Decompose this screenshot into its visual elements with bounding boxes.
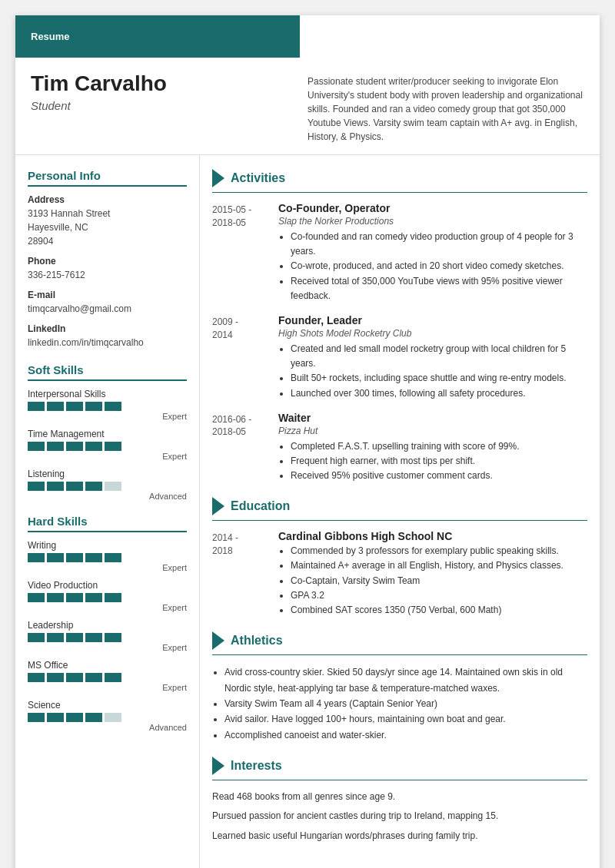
entry-bullets: Commended by 3 professors for exemplary … [278, 544, 587, 618]
skill-name: Time Management [28, 429, 187, 439]
education-section: Education 2014 -2018Cardinal Gibbons Hig… [212, 497, 587, 618]
bullet-item: Co-wrote, produced, and acted in 20 shor… [291, 259, 587, 273]
left-column: Personal Info Address 3193 Hannah Street… [15, 155, 200, 868]
skill-bar-segment [28, 593, 45, 602]
skill-bars [28, 713, 187, 722]
phone-value: 336-215-7612 [28, 268, 187, 282]
skill-name: Writing [28, 540, 187, 551]
interests-title: Interests [231, 759, 282, 773]
skill-bar-segment [105, 673, 121, 682]
skill-bar-segment [47, 402, 64, 411]
athletics-content: Avid cross-country skier. Skied 50 days/… [212, 664, 587, 743]
entry-item: 2015-05 -2018-05Co-Founder, OperatorSlap… [212, 202, 587, 303]
skill-item: Time ManagementExpert [28, 429, 187, 461]
entry-org: Pizza Hut [278, 426, 587, 436]
skill-bars [28, 402, 187, 411]
interests-arrow-icon [212, 757, 224, 775]
bullet-item: Combined SAT scores 1350 (750 Verbal, 60… [291, 603, 587, 618]
skill-bar-segment [66, 673, 83, 682]
bullet-item: Launched over 300 times, following all s… [291, 386, 587, 401]
skill-bar-segment [85, 673, 102, 682]
hard-skills-title: Hard Skills [28, 515, 187, 532]
skill-level: Expert [28, 452, 187, 461]
activities-header: Activities [212, 169, 587, 193]
skill-bar-segment [28, 482, 45, 491]
bullet-item: Built 50+ rockets, including space shutt… [291, 371, 587, 386]
bullet-item: Created and led small model rocketry gro… [291, 342, 587, 371]
entry-org: Slap the Norker Productions [278, 216, 587, 227]
skill-bar-segment [105, 402, 121, 411]
linkedin-label: LinkedIn [28, 323, 187, 334]
athletics-bullets: Avid cross-country skier. Skied 50 days/… [212, 664, 587, 743]
bullet-item: Received total of 350,000 YouTube views … [291, 274, 587, 303]
interest-paragraph: Read 468 books from all genres since age… [212, 790, 587, 804]
skill-bar-segment [66, 553, 83, 562]
athletics-bullet: Varsity Swim Team all 4 years (Captain S… [224, 696, 587, 711]
skill-bar-segment [66, 402, 83, 411]
skill-bar-segment [66, 713, 83, 722]
skill-bar-segment [85, 633, 102, 642]
summary-text: Passionate student writer/producer seeki… [308, 71, 584, 144]
skill-bar-segment [105, 713, 121, 722]
skill-bar-segment [105, 482, 121, 491]
header-label: Resume [31, 31, 70, 42]
hard-skills-section: Hard Skills WritingExpertVideo Productio… [28, 515, 187, 732]
skill-bar-segment [85, 553, 102, 562]
entry-bullets: Completed F.A.S.T. upselling training wi… [278, 439, 587, 484]
skill-bar-segment [47, 553, 64, 562]
entry-item: 2014 -2018Cardinal Gibbons High School N… [212, 530, 587, 618]
main-content: Personal Info Address 3193 Hannah Street… [15, 155, 600, 868]
bullet-item: Maintained A+ average in all English, Hi… [291, 558, 587, 573]
interests-section: Interests Read 468 books from all genres… [212, 757, 587, 843]
interests-paragraphs: Read 468 books from all genres since age… [212, 790, 587, 843]
skill-bar-segment [47, 673, 64, 682]
skill-name: Interpersonal Skills [28, 389, 187, 399]
entry-date: 2015-05 -2018-05 [212, 202, 268, 303]
interests-header: Interests [212, 757, 587, 780]
entry-org: High Shots Model Rocketry Club [278, 328, 587, 339]
interest-paragraph: Pursued passion for ancient castles duri… [212, 809, 587, 823]
skill-bar-segment [28, 673, 45, 682]
skill-name: Leadership [28, 620, 187, 631]
entry-title: Founder, Leader [278, 314, 587, 326]
athletics-arrow-icon [212, 631, 224, 650]
phone-label: Phone [28, 256, 187, 267]
entry-item: 2016-06 -2018-05WaiterPizza HutCompleted… [212, 412, 587, 484]
skill-bar-segment [85, 713, 102, 722]
soft-skills-title: Soft Skills [28, 363, 187, 381]
skill-item: LeadershipExpert [28, 620, 187, 652]
skill-bars [28, 633, 187, 642]
skill-bar-segment [66, 442, 83, 451]
entry-content: Founder, LeaderHigh Shots Model Rocketry… [278, 314, 587, 401]
skill-item: WritingExpert [28, 540, 187, 572]
hard-skills-list: WritingExpertVideo ProductionExpertLeade… [28, 540, 187, 732]
skill-name: Video Production [28, 580, 187, 591]
skill-bar-segment [105, 593, 121, 602]
bullet-item: Received 95% positive customer comment c… [291, 469, 587, 483]
address-value: 3193 Hannah StreetHayesville, NC28904 [28, 207, 187, 248]
entry-title: Co-Founder, Operator [278, 202, 587, 214]
athletics-bullet: Avid sailor. Have logged 100+ hours, mai… [224, 711, 587, 727]
skill-bar-segment [85, 482, 102, 491]
personal-info-title: Personal Info [28, 169, 187, 187]
skill-bars [28, 673, 187, 682]
bullet-item: Completed F.A.S.T. upselling training wi… [291, 439, 587, 454]
entry-title: Waiter [278, 412, 587, 424]
header-bar: Resume [15, 15, 300, 58]
skill-bar-segment [85, 402, 102, 411]
entry-bullets: Co-founded and ran comedy video producti… [278, 230, 587, 303]
skill-bar-segment [105, 633, 121, 642]
soft-skills-section: Soft Skills Interpersonal SkillsExpertTi… [28, 363, 187, 501]
skill-name: Listening [28, 469, 187, 479]
entry-date: 2016-06 -2018-05 [212, 412, 268, 484]
skill-name: MS Office [28, 660, 187, 671]
entry-content: Cardinal Gibbons High School NCCommended… [278, 530, 587, 618]
resume-page: Resume Tim Carvalho Student Passionate s… [15, 15, 600, 868]
activities-arrow-icon [212, 169, 224, 187]
activities-section: Activities 2015-05 -2018-05Co-Founder, O… [212, 169, 587, 483]
athletics-bullet: Accomplished canoeist and water-skier. [224, 727, 587, 743]
skill-bar-segment [47, 713, 64, 722]
name-section: Tim Carvalho Student Passionate student … [15, 58, 600, 155]
entry-date: 2009 -2014 [212, 314, 268, 401]
skill-bar-segment [47, 633, 64, 642]
